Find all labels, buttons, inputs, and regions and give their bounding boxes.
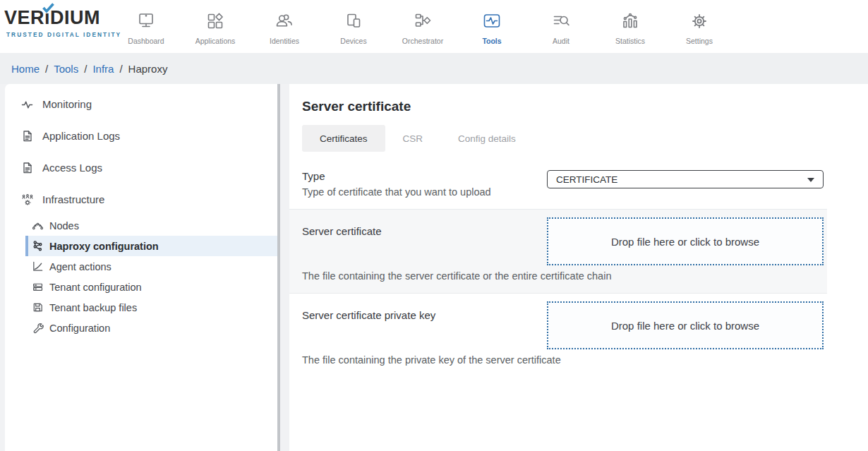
sidebar-item-label: Configuration [49, 323, 110, 334]
server-certificate-dropzone[interactable]: Drop file here or click to browse [547, 217, 824, 265]
sidebar-item-label: Agent actions [49, 261, 111, 272]
sidebar-scrollbar[interactable] [277, 84, 280, 451]
pulse-square-icon [482, 11, 502, 32]
nav-label: Orchestrator [402, 37, 443, 45]
users-icon [275, 11, 294, 32]
nav-item-devices[interactable]: Devices [319, 0, 388, 53]
nav-label: Audit [553, 37, 569, 45]
nav-item-audit[interactable]: Audit [526, 0, 596, 53]
line-chart-icon [30, 260, 44, 272]
field-label: Server certificate [302, 225, 533, 237]
nav-label: Settings [686, 37, 713, 45]
nav-label: Statistics [615, 37, 645, 45]
flowchart-icon [413, 11, 433, 32]
top-nav: Dashboard Applications Identities Device… [111, 0, 734, 53]
breadcrumb-separator: / [45, 63, 48, 75]
tab-csr[interactable]: CSR [385, 125, 441, 152]
field-description: Type of certificate that you want to upl… [302, 186, 533, 198]
nodes-icon [30, 220, 44, 231]
form: Type Type of certificate that you want t… [289, 160, 827, 377]
page-body: Monitoring Application Logs Access Logs … [0, 84, 868, 451]
tab-config-details[interactable]: Config details [440, 125, 534, 152]
sidebar-item-label: Tenant backup files [49, 302, 137, 313]
sidebar-item-label: Nodes [49, 220, 79, 231]
nav-item-identities[interactable]: Identities [250, 0, 319, 53]
nav-label: Dashboard [128, 37, 164, 45]
wrench-icon [30, 322, 44, 334]
sidebar-item-monitoring[interactable]: Monitoring [5, 88, 277, 120]
sidebar-item-agent-actions[interactable]: Agent actions [25, 256, 277, 277]
infrastructure-icon [20, 193, 35, 206]
devices-icon [344, 11, 363, 32]
logo-text-post: DIUM [50, 8, 100, 29]
field-description: The file containing the server certifica… [302, 270, 827, 282]
chevron-down-icon [807, 178, 814, 182]
sidebar-item-nodes[interactable]: Nodes [25, 215, 277, 236]
nav-label: Tools [482, 37, 501, 45]
nav-item-statistics[interactable]: Statistics [596, 0, 665, 53]
list-search-icon [551, 11, 571, 32]
sidebar-item-label: Tenant configuration [49, 282, 142, 293]
sidebar-item-label: Access Logs [42, 162, 102, 174]
save-icon [30, 301, 44, 313]
nav-item-tools[interactable]: Tools [457, 0, 526, 53]
page-title: Server certificate [302, 99, 868, 114]
sidebar-item-tenant-backup-files[interactable]: Tenant backup files [25, 297, 277, 318]
field-description: The file containing the private key of t… [302, 354, 827, 366]
sidebar: Monitoring Application Logs Access Logs … [5, 84, 277, 451]
breadcrumb-link-home[interactable]: Home [11, 63, 40, 75]
field-label: Type [302, 170, 533, 182]
field-label: Server certificate private key [302, 309, 533, 321]
nav-label: Identities [270, 37, 299, 45]
nav-item-applications[interactable]: Applications [181, 0, 250, 53]
field-row-private-key: Server certificate private key Drop file… [289, 294, 827, 377]
dropzone-text: Drop file here or click to browse [611, 236, 759, 248]
server-icon [30, 281, 44, 293]
document-icon [20, 162, 35, 174]
check-icon [42, 0, 54, 18]
nav-item-settings[interactable]: Settings [665, 0, 734, 53]
sidebar-item-tenant-configuration[interactable]: Tenant configuration [25, 277, 277, 297]
nav-label: Devices [340, 37, 366, 45]
sidebar-item-application-logs[interactable]: Application Logs [5, 120, 277, 152]
sidebar-item-label: Monitoring [42, 98, 92, 110]
breadcrumb-current: Haproxy [128, 63, 168, 75]
logo-text-pre: VER [4, 8, 44, 29]
document-icon [20, 130, 35, 143]
sidebar-item-haproxy-configuration[interactable]: Haproxy configuration [25, 236, 277, 256]
nav-item-dashboard[interactable]: Dashboard [111, 0, 181, 53]
tab-bar: Certificates CSR Config details [302, 125, 868, 152]
monitor-icon [136, 11, 156, 32]
breadcrumb-separator: / [84, 63, 87, 75]
sidebar-item-access-logs[interactable]: Access Logs [5, 152, 277, 184]
field-row-server-certificate: Server certificate Drop file here or cli… [289, 209, 827, 294]
bar-chart-icon [620, 11, 640, 32]
veridium-logo[interactable]: VERıDIUM TRUSTED DIGITAL IDENTITY [4, 8, 121, 38]
sidebar-item-label: Application Logs [42, 130, 120, 142]
type-select-value: CERTIFICATE [556, 174, 617, 185]
field-row-type: Type Type of certificate that you want t… [289, 160, 827, 209]
sidebar-item-configuration[interactable]: Configuration [25, 318, 277, 338]
type-select[interactable]: CERTIFICATE [547, 170, 824, 188]
gear-icon [689, 11, 709, 32]
sidebar-item-label: Haproxy configuration [49, 241, 159, 252]
breadcrumb-link-infra[interactable]: Infra [92, 63, 114, 75]
main-panel: Server certificate Certificates CSR Conf… [289, 84, 868, 451]
logo-wordmark: VERıDIUM [4, 8, 121, 29]
app-grid-icon [205, 11, 225, 32]
nav-item-orchestrator[interactable]: Orchestrator [388, 0, 457, 53]
nav-label: Applications [195, 37, 236, 45]
logo-tagline: TRUSTED DIGITAL IDENTITY [6, 31, 121, 38]
dropzone-text: Drop file here or click to browse [611, 320, 759, 332]
sidebar-item-infrastructure[interactable]: Infrastructure [5, 184, 277, 215]
tab-certificates[interactable]: Certificates [302, 125, 385, 152]
private-key-dropzone[interactable]: Drop file here or click to browse [547, 301, 824, 349]
app-header: VERıDIUM TRUSTED DIGITAL IDENTITY Dashbo… [0, 0, 868, 53]
breadcrumb-link-tools[interactable]: Tools [54, 63, 78, 75]
graph-nodes-icon [30, 240, 44, 252]
breadcrumb-separator: / [119, 63, 122, 75]
sidebar-item-label: Infrastructure [42, 193, 104, 205]
breadcrumb: Home / Tools / Infra / Haproxy [0, 53, 868, 84]
pulse-icon [20, 98, 35, 111]
